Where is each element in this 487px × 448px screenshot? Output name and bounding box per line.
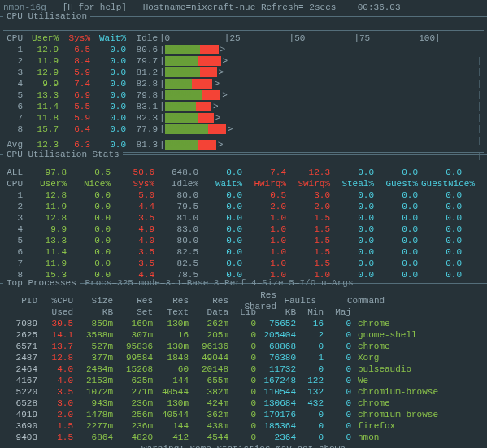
process-row: 2464 4.0 2484m 15268 60 20148 0 11732 0 … [3, 363, 484, 375]
cpu-stats-row: 711.90.03.582.50.01.01.50.00.00.0 [3, 259, 484, 270]
section-title: Top Processes [3, 278, 80, 288]
sys-bar [198, 56, 221, 66]
cpu-row: 7 11.8 5.9 0.0 82.3 |UUUUUU>| [3, 112, 484, 124]
host-label: Hostname= [143, 2, 191, 13]
process-row: 2487 12.8 377m 99584 1848 49044 0 76380 … [3, 352, 484, 363]
cpu-row: 2 11.9 8.4 0.0 79.7 |UUUUUU>| [3, 55, 484, 67]
user-bar: UUUUUU [165, 56, 198, 66]
cpu-stats-row: 513.30.04.080.00.01.01.50.00.00.0 [3, 236, 484, 247]
user-bar: UUUUUU [165, 113, 198, 123]
user-bar: UUUUUU [165, 140, 199, 150]
top-meta: Procs=325-mode=3-1=Base 3=Perf 4=Size 5=… [85, 278, 353, 288]
sys-bar [200, 45, 218, 54]
cpu-util-header: CPU User% Sys% Wait% Idle |0|25|50|75100… [3, 33, 484, 44]
cpu-stats-section: CPU Utilisation Stats [0, 154, 487, 167]
process-row: 2625 14.1 3588m 307m 16 205m 0 205404 2 … [3, 329, 484, 341]
cpu-stats-row: 112.80.05.080.00.00.53.00.00.00.0 [3, 190, 484, 202]
cpu-row: 6 11.4 5.5 0.0 83.1 |UUUUUU>| [3, 101, 484, 112]
user-bar: UUUUUU [165, 90, 202, 100]
warning-text: ─────Warning: Some Statistics may not sh… [3, 443, 484, 448]
user-bar: UUUUUU [165, 67, 201, 77]
cpu-row: 1 12.9 6.5 0.0 80.6 |UUUUUU>| [3, 44, 484, 55]
process-row: 7089 30.5 859m 169m 130m 262m 0 75652 16… [3, 318, 484, 329]
sys-bar [198, 140, 215, 150]
process-row: 6571 13.7 527m 95836 130m 96136 0 68868 … [3, 341, 484, 352]
user-bar: UUUUUU [165, 102, 197, 111]
top-header1: PID%CPU SizeRes ResRes Res SharedFaults … [3, 295, 484, 307]
process-row: 9403 1.5 6864 4820 412 4544 0 2364 0 0 n… [3, 432, 484, 443]
cpu-row: 3 12.9 5.9 0.0 81.2 |UUUUUU>| [3, 67, 484, 78]
process-row: 3690 1.5 2277m 236m 144 438m 0 185364 0 … [3, 420, 484, 432]
user-bar: UUUUUU [165, 124, 208, 134]
top-header2: Used KBSet TextData LibKB MinMaj [3, 307, 484, 318]
sys-bar [196, 102, 211, 111]
sys-bar [200, 67, 216, 77]
sys-bar [192, 79, 212, 89]
refresh-label: Refresh= [261, 2, 304, 13]
cpu-stats-row: 611.40.03.582.50.01.01.50.00.00.0 [3, 247, 484, 259]
top-procs-section: Top Processes Procs=325-mode=3-1=Base 3=… [0, 283, 487, 295]
process-row: 6528 3.0 943m 236m 130m 424m 0 130684 43… [3, 398, 484, 409]
cpu-util-section: CPU Utilisation [0, 16, 487, 28]
user-bar: UUUUUU [165, 45, 201, 54]
section-title: CPU Utilisation [3, 11, 90, 21]
cpu-stats-row: 49.90.04.983.00.01.01.50.00.00.0 [3, 224, 484, 236]
sys-bar [198, 113, 214, 123]
cpu-stats-all: ALL97.80.550.6648.00.07.412.30.00.00.0 [3, 167, 484, 179]
sys-bar [202, 90, 220, 100]
cpu-stats-header: CPUUser%Nice%Sys%Idle%Wait%HWirq%SWirq%S… [3, 179, 484, 190]
process-row: 4919 2.0 1478m 256m 40544 362m 0 179176 … [3, 409, 484, 420]
process-row: 5220 3.5 1072m 271m 40544 382m 0 110544 … [3, 386, 484, 398]
refresh-value: 2secs [309, 2, 336, 13]
section-title: CPU Utilisation Stats [3, 150, 123, 159]
cpu-row: 4 9.9 7.4 0.0 82.8 |UUUUUU>| [3, 78, 484, 89]
cpu-stats-row: 312.80.03.581.00.01.01.50.00.00.0 [3, 213, 484, 224]
cpu-stats-row: 211.90.04.479.50.02.02.00.00.00.0 [3, 202, 484, 213]
cpu-row: 8 15.7 6.4 0.0 77.9 |UUUUUU>| [3, 124, 484, 135]
clock: 00:36.03 [358, 2, 401, 13]
process-row: 4167 4.0 2153m 625m 144 655m 0 167248 12… [3, 375, 484, 386]
user-bar: UUUUUU [165, 79, 193, 89]
host-value: nixcraft-nuc [191, 2, 255, 13]
sys-bar [208, 124, 226, 134]
cpu-row: 5 13.3 6.9 0.0 79.8 |UUUUUU>| [3, 89, 484, 101]
